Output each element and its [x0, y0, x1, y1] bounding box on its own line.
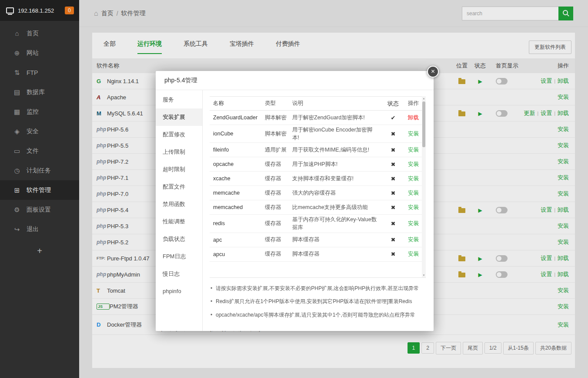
extension-desc: 支持脚本缓存和变量缓存! [292, 175, 383, 182]
installed-mark-icon: ✖ [383, 176, 403, 182]
extension-row: xcache 缓存器 支持脚本缓存和变量缓存! ✖ 安装 [210, 172, 426, 186]
extension-name: redis [210, 220, 265, 226]
extension-action-link[interactable]: 安装 [408, 161, 419, 167]
extension-table: 名称 类型 说明 状态 操作 ZendGuardLoader 脚本解密 用于解密… [210, 96, 426, 278]
extension-desc: 脚本缓存器 [292, 250, 383, 258]
installed-mark-icon: ✖ [383, 190, 403, 196]
extension-desc: 用于解密ZendGuard加密脚本! [292, 114, 383, 122]
scroll-down-icon[interactable]: ▼ [422, 273, 426, 277]
extension-action-link[interactable]: 安装 [408, 204, 419, 210]
extension-name: ZendGuardLoader [210, 115, 265, 121]
extension-name: apcu [210, 251, 265, 257]
extension-row: apcu 缓存器 脚本缓存器 ✖ 安装 [210, 247, 426, 262]
ext-col-status: 状态 [383, 100, 403, 108]
extension-type: 缓存器 [265, 175, 292, 182]
extension-desc: 用于获取文件MIME,编码等信息! [292, 146, 383, 154]
extension-row: memcache 缓存器 强大的内容缓存器 ✖ 安装 [210, 186, 426, 200]
installed-mark-icon: ✖ [383, 251, 403, 257]
installed-mark-icon: ✖ [383, 131, 403, 137]
close-icon[interactable]: ✕ [427, 66, 439, 78]
extension-action-link[interactable]: 安装 [408, 236, 419, 243]
extension-row: ionCube 脚本解密 用于解密ionCube Encoder加密脚本! ✖ … [210, 125, 426, 143]
extension-action-link[interactable]: 安装 [408, 176, 419, 182]
installed-mark-icon: ✖ [383, 161, 403, 168]
modal-content: 名称 类型 说明 状态 操作 ZendGuardLoader 脚本解密 用于解密… [203, 90, 434, 331]
modal-title: php-5.4管理 [156, 71, 434, 90]
installed-mark-icon: ✖ [383, 204, 403, 211]
extension-notes: 请按实际需求安装扩展,不要安装不必要的PHP扩展,这会影响PHP执行效率,甚至出… [210, 284, 426, 319]
extension-row: apc 缓存器 脚本缓存器 ✖ 安装 [210, 233, 426, 247]
extension-desc: 强大的内容缓存器 [292, 189, 383, 197]
extension-row: fileinfo 通用扩展 用于获取文件MIME,编码等信息! ✖ 安装 [210, 143, 426, 157]
extension-desc: 比memcache支持更多高级功能 [292, 203, 383, 211]
extension-table-header: 名称 类型 说明 状态 操作 [210, 96, 426, 111]
modal-nav-item[interactable]: 禁用函数 [156, 196, 202, 213]
extension-name: fileinfo [210, 147, 265, 153]
extension-row: memcached 缓存器 比memcache支持更多高级功能 ✖ 安装 [210, 200, 426, 215]
php-manage-modal: ✕ php-5.4管理 服务安装扩展配置修改上传限制超时限制配置文件禁用函数性能… [156, 71, 434, 331]
note-line: 请按实际需求安装扩展,不要安装不必要的PHP扩展,这会影响PHP执行效率,甚至出… [210, 284, 426, 293]
extension-action-link[interactable]: 安装 [408, 190, 419, 196]
extension-action-link[interactable]: 安装 [408, 220, 419, 226]
ext-col-name: 名称 [210, 100, 265, 107]
installed-mark-icon: ✖ [383, 220, 403, 227]
extension-row: ZendGuardLoader 脚本解密 用于解密ZendGuard加密脚本! … [210, 111, 426, 125]
modal-nav-item[interactable]: 上传限制 [156, 143, 202, 161]
modal-body: 服务安装扩展配置修改上传限制超时限制配置文件禁用函数性能调整负载状态FPM日志慢… [156, 90, 434, 331]
modal-nav-item[interactable]: 配置修改 [156, 126, 202, 143]
extension-type: 缓存器 [265, 204, 292, 211]
extension-action-link[interactable]: 安装 [408, 131, 419, 137]
installed-mark-icon: ✖ [383, 147, 403, 153]
extension-row: opcache 缓存器 用于加速PHP脚本! ✖ 安装 [210, 157, 426, 172]
ext-col-desc: 说明 [292, 99, 383, 107]
extension-name: xcache [210, 176, 265, 182]
modal-nav-item[interactable]: 服务 [156, 91, 202, 108]
modal-nav-item[interactable]: 慢日志 [156, 265, 202, 283]
extension-name: apc [210, 237, 265, 243]
scrollbar-thumb[interactable] [422, 101, 425, 147]
extension-name: memcache [210, 190, 265, 196]
ext-col-type: 类型 [265, 100, 292, 107]
extension-type: 缓存器 [265, 220, 292, 227]
extension-type: 缓存器 [265, 236, 292, 243]
extension-desc: 脚本缓存器 [292, 236, 383, 243]
modal-nav-item[interactable]: 性能调整 [156, 213, 202, 230]
extension-desc: 基于内存亦可持久化的Key-Value数据库 [292, 216, 383, 231]
extension-action-link[interactable]: 卸载 [408, 115, 419, 121]
modal-nav-item[interactable]: 配置文件 [156, 178, 202, 196]
extension-type: 脚本解密 [265, 114, 292, 122]
modal-nav-item[interactable]: phpinfo [156, 283, 202, 300]
note-line: Redis扩展只允许在1个PHP版本中使用,安装到其它PHP版本请在[软件管理]… [210, 297, 426, 306]
modal-nav-item[interactable]: 安装扩展 [156, 108, 202, 126]
extension-name: opcache [210, 161, 265, 167]
note-line: opcache/xcache/apc等脚本缓存扩展,请只安装其中1个,否则可能导… [210, 310, 426, 319]
extension-type: 缓存器 [265, 189, 292, 197]
modal-nav-item[interactable]: FPM日志 [156, 248, 202, 265]
modal-nav-item[interactable]: 负载状态 [156, 230, 202, 248]
installed-mark-icon: ✖ [383, 236, 403, 243]
extension-action-link[interactable]: 安装 [408, 251, 419, 257]
modal-nav-item[interactable]: 超时限制 [156, 161, 202, 178]
extension-type: 脚本解密 [265, 130, 292, 138]
extension-name: ionCube [210, 131, 265, 137]
modal-nav: 服务安装扩展配置修改上传限制超时限制配置文件禁用函数性能调整负载状态FPM日志慢… [156, 90, 203, 331]
extension-action-link[interactable]: 安装 [408, 147, 419, 153]
extension-desc: 用于解密ionCube Encoder加密脚本! [292, 126, 383, 142]
installed-mark-icon: ✔ [383, 115, 403, 121]
extension-table-body: ZendGuardLoader 脚本解密 用于解密ZendGuard加密脚本! … [210, 111, 426, 262]
scroll-up-icon[interactable]: ▲ [422, 96, 426, 101]
extension-type: 缓存器 [265, 250, 292, 258]
extension-row: redis 缓存器 基于内存亦可持久化的Key-Value数据库 ✖ 安装 [210, 215, 426, 233]
extension-desc: 用于加速PHP脚本! [292, 160, 383, 168]
scrollbar[interactable]: ▲ ▼ [422, 96, 426, 277]
extension-type: 通用扩展 [265, 146, 292, 154]
extension-name: memcached [210, 204, 265, 210]
extension-type: 缓存器 [265, 161, 292, 168]
